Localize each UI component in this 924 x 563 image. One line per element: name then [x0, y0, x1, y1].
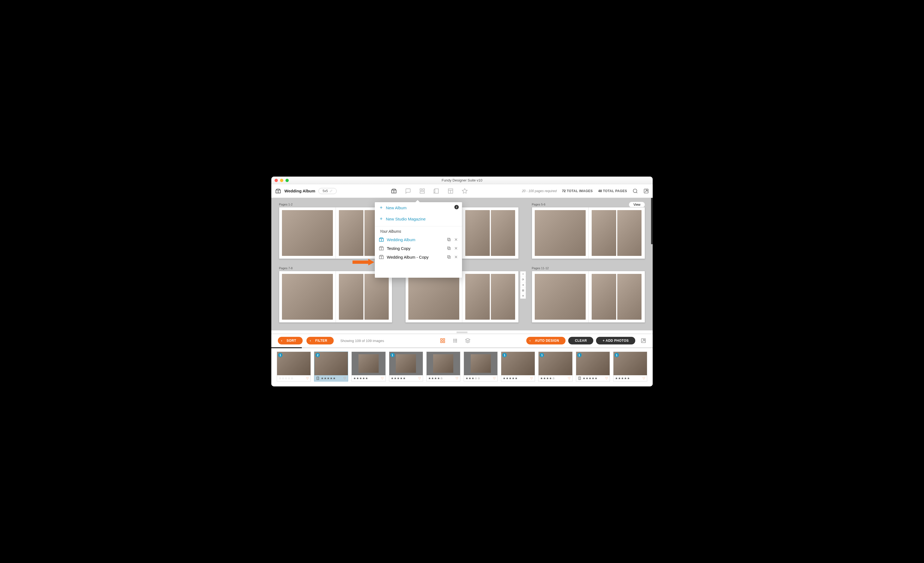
- layout-icon[interactable]: [448, 188, 453, 194]
- spread-page[interactable]: [532, 271, 645, 323]
- thumbnail[interactable]: ★★★☆☆♡: [464, 351, 498, 381]
- heart-icon[interactable]: ♡: [642, 376, 645, 380]
- album-icon: [379, 254, 384, 260]
- heart-icon[interactable]: ♡: [343, 376, 346, 380]
- thumbnail-meta: ★★★☆☆♡: [464, 375, 497, 381]
- heart-icon[interactable]: ♡: [493, 376, 496, 380]
- info-icon[interactable]: i: [454, 205, 459, 209]
- spread[interactable]: Pages 11-12: [532, 267, 645, 323]
- thumbnail[interactable]: 1★★★★★♡: [501, 351, 535, 381]
- svg-rect-13: [441, 339, 442, 340]
- spread[interactable]: Pages 5-6: [532, 203, 645, 259]
- thumbnail[interactable]: 2★★★★★♡: [314, 351, 348, 381]
- grid-view-icon[interactable]: [440, 338, 446, 343]
- thumbnail[interactable]: ★★★★☆♡: [426, 351, 460, 381]
- chevron-left-icon: ‹: [281, 339, 282, 342]
- new-studio-magazine-button[interactable]: + New Studio Magazine: [375, 213, 462, 225]
- star-rating[interactable]: ★★★★★: [353, 377, 368, 380]
- chat-icon[interactable]: [405, 188, 411, 194]
- share-icon[interactable]: [641, 338, 646, 343]
- thumbnail-strip[interactable]: 1☆☆☆☆☆♡2★★★★★♡★★★★★♡1★★★★★♡★★★★☆♡★★★☆☆♡1…: [272, 348, 652, 386]
- stack-view-icon[interactable]: [465, 338, 471, 343]
- scrollbar-track[interactable]: [651, 198, 652, 244]
- heart-icon[interactable]: ♡: [306, 376, 309, 380]
- star-rating[interactable]: ★★★★★: [503, 377, 518, 380]
- thumbnail-meta: ★★★★★♡: [614, 375, 647, 381]
- duplicate-icon[interactable]: [447, 237, 451, 242]
- search-icon[interactable]: [633, 188, 638, 194]
- album-size-chip[interactable]: 5x5: [318, 188, 336, 194]
- thumbnail-image: 2: [314, 352, 348, 375]
- tray-resize-grip[interactable]: [272, 330, 652, 333]
- duplicate-icon[interactable]: [447, 246, 451, 251]
- spread-page[interactable]: [279, 271, 392, 323]
- spread-tool-0[interactable]: ✧: [520, 272, 526, 277]
- thumbnail-meta: ★★★★★♡: [501, 375, 535, 381]
- thumbnail-image: [352, 352, 385, 375]
- thumbnail[interactable]: 1☆☆☆☆☆♡: [277, 351, 311, 381]
- star-rating[interactable]: ★★★★☆: [428, 377, 443, 380]
- new-album-label: New Album: [386, 206, 407, 210]
- close-icon[interactable]: [454, 237, 458, 242]
- auto-design-button[interactable]: ‹AUTO DESIGN: [526, 337, 566, 344]
- new-album-button[interactable]: + New Album: [375, 202, 462, 213]
- dots-view-icon[interactable]: [453, 338, 458, 343]
- star-rating[interactable]: ★★★★★: [391, 377, 406, 380]
- thumbnail[interactable]: 1★★★★☆♡: [538, 351, 572, 381]
- export-icon[interactable]: [644, 188, 649, 194]
- view-button[interactable]: View: [629, 202, 645, 208]
- order-icon[interactable]: [462, 188, 468, 194]
- design-canvas[interactable]: View Pages 1-2Pages 3-4Pages 5-6Pages 7-…: [272, 198, 652, 330]
- album-module-icon[interactable]: [391, 188, 397, 194]
- star-rating[interactable]: ★★★★★: [583, 377, 598, 380]
- svg-point-18: [455, 339, 456, 340]
- album-icon: [275, 188, 281, 194]
- star-rating[interactable]: ★★★☆☆: [465, 377, 480, 380]
- pencil-icon: [330, 189, 333, 192]
- usage-count-badge: 1: [390, 353, 395, 357]
- star-rating[interactable]: ★★★★★: [321, 377, 336, 380]
- star-rating[interactable]: ★★★★☆: [540, 377, 555, 380]
- svg-rect-3: [435, 189, 438, 193]
- thumbnail[interactable]: 1★★★★★♡: [576, 351, 610, 381]
- svg-rect-1: [423, 189, 424, 190]
- close-icon[interactable]: [454, 255, 458, 259]
- thumbnail-image: 1: [576, 352, 610, 375]
- clear-button[interactable]: CLEAR: [568, 337, 593, 344]
- star-rating[interactable]: ☆☆☆☆☆: [279, 377, 294, 380]
- heart-icon[interactable]: ♡: [568, 376, 571, 380]
- heart-icon[interactable]: ♡: [530, 376, 533, 380]
- album-list-item[interactable]: Wedding Album - Copy: [375, 252, 462, 261]
- thumbnail[interactable]: ★★★★★♡: [351, 351, 386, 381]
- wall-art-icon[interactable]: [419, 188, 425, 194]
- spread-page[interactable]: [532, 207, 645, 259]
- sort-button[interactable]: ‹SORT: [278, 337, 303, 344]
- chevron-left-icon: ‹: [530, 339, 531, 342]
- albums-dropdown: i + New Album + New Studio Magazine Your…: [375, 202, 462, 278]
- filter-button[interactable]: ‹FILTER: [306, 337, 334, 344]
- album-list-item[interactable]: Testing Copy: [375, 244, 462, 252]
- thumbnail-image: 1: [538, 352, 572, 375]
- thumbnail-image: 1: [389, 352, 423, 375]
- spread-tool-2[interactable]: ⤨: [520, 282, 526, 288]
- spread-tool-4[interactable]: ✕: [520, 293, 526, 299]
- heart-icon[interactable]: ♡: [418, 376, 421, 380]
- thumbnail[interactable]: 1★★★★★♡: [613, 351, 647, 381]
- heart-icon[interactable]: ♡: [456, 376, 459, 380]
- thumbnail[interactable]: 1★★★★★♡: [389, 351, 423, 381]
- close-icon[interactable]: [454, 246, 458, 251]
- star-rating[interactable]: ★★★★★: [615, 377, 630, 380]
- duplicate-icon[interactable]: [447, 255, 451, 259]
- spread-tool-3[interactable]: ⊞: [520, 288, 526, 293]
- spread-page[interactable]: ✧⟳⤨⊞✕: [405, 271, 519, 323]
- heart-icon[interactable]: ♡: [605, 376, 608, 380]
- spread-tool-1[interactable]: ⟳: [520, 277, 526, 282]
- heart-icon[interactable]: ♡: [381, 376, 384, 380]
- add-photos-button[interactable]: + ADD PHOTOS: [596, 337, 635, 344]
- thumbnail-image: 1: [614, 352, 647, 375]
- tray-scroll-indicator[interactable]: [272, 347, 652, 348]
- svg-rect-11: [448, 256, 450, 258]
- album-list-item[interactable]: Wedding Album: [375, 235, 462, 244]
- svg-point-24: [455, 342, 456, 342]
- cards-icon[interactable]: [434, 188, 440, 194]
